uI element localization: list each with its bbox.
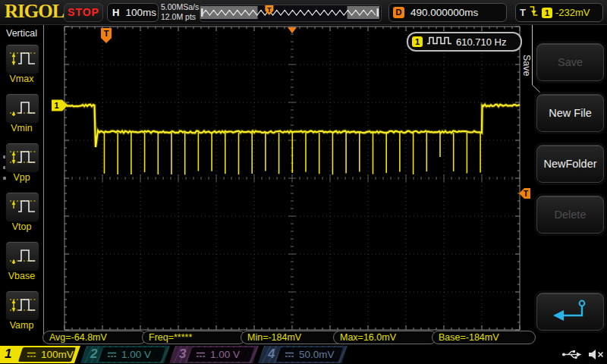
svg-text:1: 1	[54, 101, 58, 110]
channel-scale: 100mV	[41, 349, 74, 360]
delay-label-badge: D	[393, 7, 404, 18]
measurement-readout: Max=16.0mV	[333, 331, 437, 344]
channel-3-status[interactable]: 3 1.00 V	[169, 346, 259, 363]
oscilloscope-screen: 1TT RIGOL STOP H 100ms 5.00MSa/s 12.0M p…	[0, 0, 607, 364]
square-wave-icon	[426, 35, 452, 49]
delay-value: 490.000000ms	[410, 7, 478, 18]
usb-icon	[561, 348, 582, 364]
system-status-icons	[561, 348, 604, 364]
svg-text:T: T	[524, 190, 528, 198]
horizontal-timebase-box: H 100ms	[107, 3, 159, 22]
trigger-label: T	[520, 7, 526, 18]
record-window-indicator: T	[200, 5, 379, 20]
measurement-readout: Base=-184mV	[432, 331, 536, 344]
menu-item-vpp[interactable]: Vpp	[0, 143, 43, 185]
save-menu: Save Save New File NewFolder Delete	[531, 24, 607, 364]
menu-item-vtop[interactable]: Vtop	[0, 192, 43, 234]
return-arrow-icon	[546, 297, 596, 327]
channel-scale: 1.00 V	[210, 349, 240, 360]
menu-item-vmin[interactable]: Vmin	[0, 93, 43, 136]
trigger-level: -232mV	[555, 7, 590, 18]
channel-status-bar: 1 100mV 2 1.00 V 3 1.00 V 4	[0, 346, 607, 364]
measurement-readout: Min=-184mV	[241, 331, 344, 344]
measurement-readout: Freq=*****	[142, 331, 246, 344]
memory-depth: 12.0M pts	[161, 12, 199, 22]
horizontal-preview-bar: T	[200, 5, 382, 22]
waveform-display: 1TT	[0, 0, 607, 364]
vmin-icon	[8, 96, 38, 121]
vtop-icon	[8, 194, 38, 220]
button-delete[interactable]: Delete	[536, 196, 604, 234]
channel-scale: 1.00 V	[121, 349, 151, 360]
speaker-muted-icon	[588, 348, 604, 364]
trigger-level-marker: T	[519, 188, 530, 199]
trigger-box: T 1 -232mV	[515, 3, 603, 22]
counter-source-badge: 1	[412, 36, 423, 47]
svg-text:T: T	[104, 29, 109, 38]
channel-number: 4	[268, 347, 275, 362]
trigger-source-badge: 1	[542, 8, 552, 18]
channel-2-status[interactable]: 2 1.00 V	[80, 346, 170, 363]
sample-rate: 5.00MSa/s	[161, 2, 199, 12]
channel-4-status[interactable]: 4 50.0mV	[258, 346, 348, 363]
timebase-label: H	[112, 7, 119, 18]
acquisition-info: 5.00MSa/s 12.0M pts	[161, 2, 199, 22]
dc-coupling-icon	[196, 348, 206, 362]
dc-coupling-icon	[285, 348, 294, 362]
vbase-icon	[8, 243, 38, 269]
button-return[interactable]	[536, 293, 604, 331]
button-new-file[interactable]: New File	[536, 94, 604, 132]
menu-item-vbase[interactable]: Vbase	[0, 241, 43, 284]
svg-text:T: T	[267, 6, 272, 14]
menu-title: Vertical	[0, 28, 43, 39]
delay-box: D 490.000000ms	[388, 3, 507, 22]
counter-value: 610.710 Hz	[456, 36, 507, 48]
channel-scale: 50.0mV	[299, 349, 335, 360]
axis-rulers	[64, 27, 520, 330]
trigger-position-marker: T	[101, 28, 112, 43]
button-newfolder[interactable]: NewFolder	[536, 145, 604, 183]
timebase-value: 100ms	[125, 7, 156, 18]
ch1-trace	[64, 105, 520, 175]
channel-number: 3	[179, 347, 186, 362]
run-state-badge: STOP	[64, 3, 103, 22]
channel-number: 1	[5, 347, 11, 362]
vmax-icon	[8, 46, 38, 72]
frequency-counter: 1 610.710 Hz	[407, 32, 522, 52]
vamp-icon	[8, 293, 38, 318]
measurement-readout: Avg=-64.8mV	[42, 331, 146, 344]
horizontal-center-marker	[288, 27, 297, 33]
rigol-logo: RIGOL	[5, 1, 64, 22]
status-header: RIGOL STOP H 100ms 5.00MSa/s 12.0M pts T…	[0, 0, 607, 25]
menu-item-vmax[interactable]: Vmax	[0, 44, 43, 86]
vertical-measure-menu: Vertical Vmax Vmin Vpp Vtop Vbase Vamp	[0, 24, 43, 364]
channel-number: 2	[90, 347, 97, 362]
dc-coupling-icon	[27, 348, 36, 362]
vpp-icon	[8, 145, 38, 171]
menu-item-vamp[interactable]: Vamp	[0, 290, 43, 333]
button-save[interactable]: Save	[536, 43, 604, 81]
ch1-ground-marker: 1	[52, 100, 68, 111]
channel-1-status[interactable]: 1 100mV	[0, 346, 80, 363]
falling-edge-icon	[529, 5, 539, 20]
menu-tab-label: Save	[520, 41, 532, 89]
dc-coupling-icon	[107, 348, 117, 362]
measurement-bar: Avg=-64.8mV Freq=***** Min=-184mV Max=16…	[0, 330, 607, 345]
